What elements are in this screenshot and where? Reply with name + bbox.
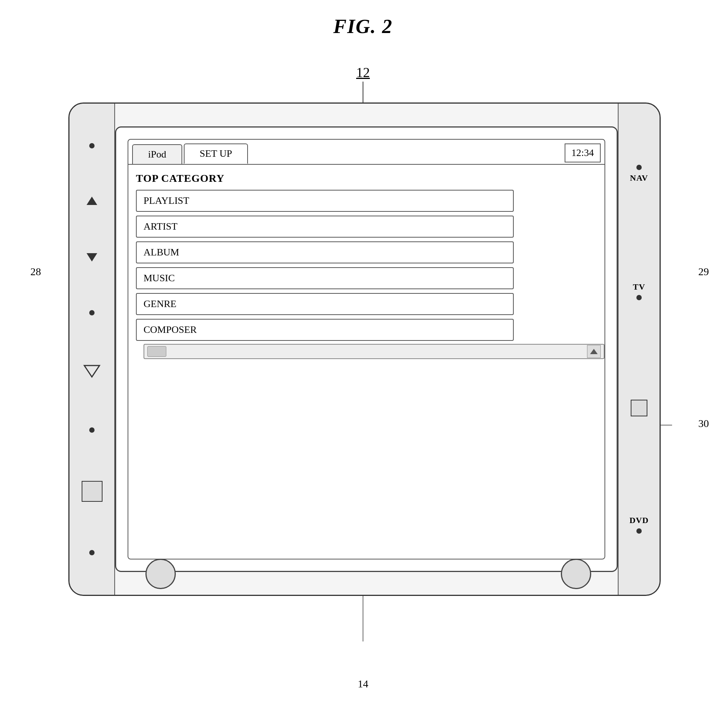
ref-label-28: 28 [30,266,41,278]
down-triangle-icon [82,364,101,379]
menu-list: PLAYLIST ARTIST ALBUM MUSIC GENRE COMPOS… [136,190,597,341]
bottom-circles [123,559,614,589]
dot-2 [89,310,95,315]
svg-marker-8 [84,366,99,377]
bottom-right-circle-btn[interactable] [561,559,591,589]
right-panel: NAV TV DVD [618,104,660,595]
square-btn-icon [82,481,103,502]
figure-title: FIG. 2 [333,15,393,38]
middle-dot-indicator [89,310,95,315]
scroll-thumb[interactable] [147,346,166,357]
tabs-row: iPod SET UP 12:34 [128,140,604,164]
time-display: 12:34 [565,143,601,162]
dot-3 [89,427,95,433]
square-button[interactable] [82,481,103,502]
bottom-left-circle-btn[interactable] [145,559,176,589]
square-section [631,400,647,416]
bottom-dot-indicator [89,427,95,433]
right-square-btn[interactable] [631,400,647,416]
scroll-bar[interactable] [144,344,604,359]
nav-section: NAV [630,165,648,183]
scroll-up-arrow-icon [590,349,598,354]
nav-label[interactable]: NAV [630,173,648,183]
ref-label-14: 14 [358,678,368,690]
top-dot-indicator [89,143,95,148]
ref-label-30: 30 [698,418,709,430]
tab-ipod[interactable]: iPod [132,144,182,164]
device-shell: NAV TV DVD iPod SET UP 12:34 TOP CATEGOR… [68,102,661,596]
scroll-up-button[interactable] [587,345,601,358]
menu-item-genre[interactable]: GENRE [136,293,514,315]
dvd-section: DVD [630,515,649,534]
menu-item-playlist[interactable]: PLAYLIST [136,190,514,212]
dvd-label[interactable]: DVD [630,515,649,525]
main-screen: iPod SET UP 12:34 TOP CATEGORY PLAYLIST … [115,126,618,572]
menu-item-album[interactable]: ALBUM [136,241,514,263]
left-panel [69,104,115,595]
dot-4 [89,550,95,555]
menu-item-artist[interactable]: ARTIST [136,216,514,238]
dvd-dot [636,528,642,534]
content-area: TOP CATEGORY PLAYLIST ARTIST ALBUM MUSIC… [128,164,604,367]
dot-1 [89,143,95,148]
outline-down-button[interactable] [82,364,101,379]
bottom-left-dot [89,550,95,555]
menu-item-composer[interactable]: COMPOSER [136,319,514,341]
tv-dot [636,295,642,300]
ref-label-12: 12 [356,65,370,80]
up-button[interactable] [87,197,97,205]
nav-dot [636,165,642,170]
up-arrow-icon [87,197,97,205]
tab-setup[interactable]: SET UP [184,143,248,164]
category-title: TOP CATEGORY [136,172,597,184]
ref-label-29: 29 [698,266,709,278]
down-button[interactable] [87,253,97,262]
menu-item-music[interactable]: MUSIC [136,267,514,289]
down-arrow-icon [87,253,97,262]
tv-section: TV [633,282,646,300]
inner-screen: iPod SET UP 12:34 TOP CATEGORY PLAYLIST … [128,139,605,559]
tv-label[interactable]: TV [633,282,646,292]
